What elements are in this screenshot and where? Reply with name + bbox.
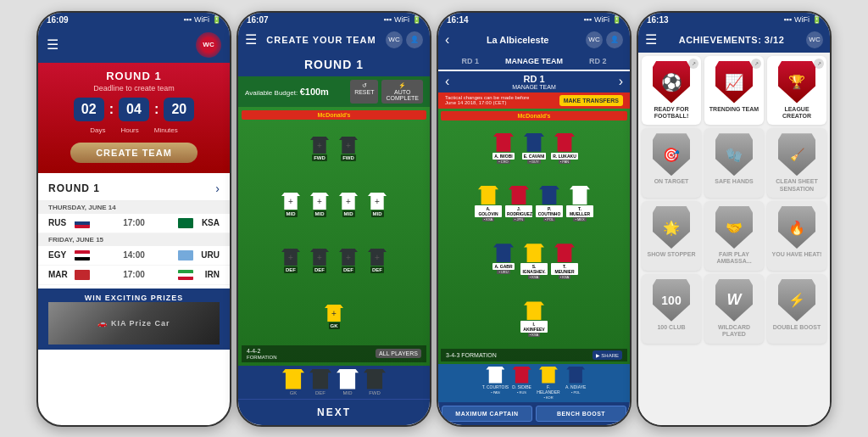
- prev-rd-btn[interactable]: ‹: [445, 74, 449, 89]
- player-slot-mid1[interactable]: + MID: [278, 193, 303, 217]
- shirt-def2: +: [310, 249, 329, 266]
- max-captain-button[interactable]: MAXIMUM CAPTAIN: [442, 406, 532, 422]
- player-slot-def1[interactable]: + DEF: [278, 249, 303, 273]
- fair-play-shield: 🤝: [715, 206, 753, 249]
- ndiaye-bench-shirt: [566, 367, 585, 384]
- trending-label: TRENDING TEAM: [709, 106, 759, 113]
- tab-rd2[interactable]: RD 2: [566, 53, 630, 70]
- player-coutinho[interactable]: P. COUTINHO • POL: [536, 186, 563, 221]
- bench-courtois[interactable]: T. COURTOIS• PAN: [482, 367, 509, 400]
- player-meunier[interactable]: T. MEUNIER • KSA: [551, 244, 578, 279]
- achievement-you-have-heat: 🔥 YOU HAVE HEAT!: [767, 201, 826, 271]
- achievement-wildcard: W WILDCARD PLAYED: [704, 274, 764, 344]
- time-2: 16:07: [247, 15, 269, 25]
- bench-ndiaye[interactable]: A. NDIAYE• POL: [565, 367, 586, 400]
- player-slot-fwd1[interactable]: + FWD: [307, 137, 332, 161]
- shirt-def4: +: [368, 249, 387, 266]
- on-target-shield: 🎯: [653, 133, 690, 176]
- team-egy: EGY: [48, 250, 72, 260]
- ignashevich-name: S. IGNASHEV.: [520, 263, 548, 275]
- pos-def2: DEF: [313, 266, 326, 273]
- trending-shield: 📈: [715, 61, 753, 104]
- s3-formation: 3-4-3 FORMATION: [446, 352, 497, 358]
- screen2-title: CREATE YOUR TEAM: [257, 35, 386, 45]
- you-have-heat-shield: 🔥: [778, 206, 815, 249]
- bench-sidibe[interactable]: D. SIDIBE• RUS: [512, 367, 531, 400]
- player-mueller[interactable]: T. MUELLER • MEX: [566, 186, 593, 221]
- meunier-country: • KSA: [559, 275, 571, 279]
- team-mar: MAR: [48, 270, 72, 279]
- hamburger-icon-4[interactable]: ☰: [645, 31, 657, 48]
- thursday-label: THURSDAY, JUNE 14: [38, 201, 230, 214]
- player-slot-def4[interactable]: + DEF: [364, 249, 390, 273]
- courtois-bench-name: T. COURTOIS• PAN: [482, 384, 509, 395]
- team-ksa: KSA: [196, 218, 220, 227]
- player-slot-def2[interactable]: + DEF: [307, 249, 332, 273]
- status-bar-4: 16:13 ▪▪▪ WiFi 🔋: [638, 13, 830, 27]
- player-gabr[interactable]: A. GABR • URU: [490, 244, 517, 279]
- share-button[interactable]: ▶ SHARE: [593, 350, 622, 360]
- wifi-icon-4: WiFi: [794, 15, 810, 24]
- status-bar-2: 16:07 ▪▪▪ WiFi 🔋: [238, 13, 430, 27]
- prize-section: WIN EXCITING PRIZES 🚗 KIA Prize Car: [38, 289, 230, 350]
- bench-boost-button[interactable]: BENCH BOOST: [536, 406, 626, 422]
- phone-screen-3: 16:14 ▪▪▪ WiFi 🔋 ‹ La Albiceleste WC 👤 R…: [437, 11, 632, 427]
- league-shield: 🏆: [778, 61, 815, 104]
- achievements-title: ACHIEVEMENTS: 3/12: [657, 35, 806, 45]
- sidibe-bench-shirt: [513, 367, 531, 384]
- wildcard-icon-wrap: W: [715, 279, 753, 322]
- status-icons-2: ▪▪▪ WiFi 🔋: [383, 15, 421, 24]
- next-button[interactable]: NEXT: [238, 399, 430, 425]
- player-lukaku[interactable]: R. LUKAKU • PAN: [551, 133, 578, 164]
- auto-complete-button[interactable]: ⚡ AUTOCOMPLETE: [381, 80, 423, 104]
- akinfeev-country: • KSA: [528, 333, 541, 337]
- s3-fwd-row: A. IWOBI • CRO E. CAVANI • GUY R. LUKAKU…: [441, 133, 627, 164]
- hamburger-icon-2[interactable]: ☰: [245, 31, 257, 48]
- player-rodriguez[interactable]: J. RODRIGUEZ • JPN: [505, 186, 532, 221]
- flag-uruguay: [178, 250, 193, 261]
- hamburger-icon-1[interactable]: ☰: [47, 36, 58, 53]
- pos-fwd1: FWD: [312, 154, 327, 161]
- bench-section: T. COURTOIS• PAN D. SIDIBE• RUS F. HELAN…: [438, 364, 630, 402]
- iwobi-country: • CRO: [497, 160, 509, 164]
- player-slot-mid2[interactable]: + MID: [307, 193, 332, 217]
- player-ignashevich[interactable]: S. IGNASHEV. • KSA: [520, 244, 548, 279]
- safe-hands-shield: 🧤: [715, 133, 753, 176]
- player-slot-fwd2[interactable]: + FWD: [336, 137, 361, 161]
- s3-formation-bar: 3-4-3 FORMATION ▶ SHARE: [441, 349, 627, 361]
- player-slot-gk[interactable]: + GK: [321, 305, 347, 329]
- player-slot-def3[interactable]: + DEF: [336, 249, 361, 273]
- flag-egypt: [75, 250, 90, 261]
- achievement-safe-hands: 🧤 SAFE HANDS: [704, 128, 764, 198]
- achievement-league-creator: ↗ 🏆 LEAGUE CREATOR: [767, 56, 826, 126]
- sub-fwd: FWD: [364, 369, 386, 395]
- wifi-icon-2: WiFi: [394, 15, 409, 24]
- all-players-button[interactable]: ALL PLAYERS: [376, 349, 421, 358]
- match-row-2: EGY 14:00 URU: [38, 246, 230, 266]
- tab-manage-team[interactable]: MANAGE TEAM: [502, 53, 565, 71]
- achievement-100-club: 100 100 CLUB: [642, 274, 701, 344]
- battery-icon-4: 🔋: [812, 15, 821, 24]
- tab-rd1[interactable]: RD 1: [438, 53, 502, 70]
- create-team-button[interactable]: CREATE TEAM: [70, 143, 198, 163]
- make-transfers-button[interactable]: MAKE TRANSFERS: [559, 95, 623, 106]
- fair-play-icon-wrap: 🤝: [715, 206, 753, 249]
- sub-shirt-fwd: [364, 369, 386, 389]
- sidibe-bench-name: D. SIDIBE• RUS: [512, 384, 531, 395]
- profile-icon-2: 👤: [406, 31, 423, 48]
- time-4: 16:13: [647, 15, 669, 25]
- next-rd-btn[interactable]: ›: [619, 74, 623, 89]
- screen4-header: ☰ ACHIEVEMENTS: 3/12 WC: [638, 27, 830, 53]
- mid-row: + MID + MID + MID + MID: [242, 193, 426, 217]
- player-slot-mid3[interactable]: + MID: [336, 193, 361, 217]
- reset-button[interactable]: ↺ RESET: [350, 80, 378, 104]
- bench-helander[interactable]: F. HELANDER• KOR: [535, 367, 562, 400]
- chevron-right-icon[interactable]: ›: [215, 182, 220, 195]
- minutes-label: Minutes: [154, 126, 178, 134]
- prize-image: 🚗 KIA Prize Car: [48, 302, 220, 345]
- player-golovin[interactable]: A. GOLOVIN • KSA: [475, 186, 502, 221]
- player-cavani[interactable]: E. CAVANI • GUY: [520, 133, 548, 164]
- player-akinfeev[interactable]: I. AKINFEEV • KSA: [520, 301, 548, 337]
- player-slot-mid4[interactable]: + MID: [364, 193, 390, 217]
- player-iwobi[interactable]: A. IWOBI • CRO: [490, 133, 517, 164]
